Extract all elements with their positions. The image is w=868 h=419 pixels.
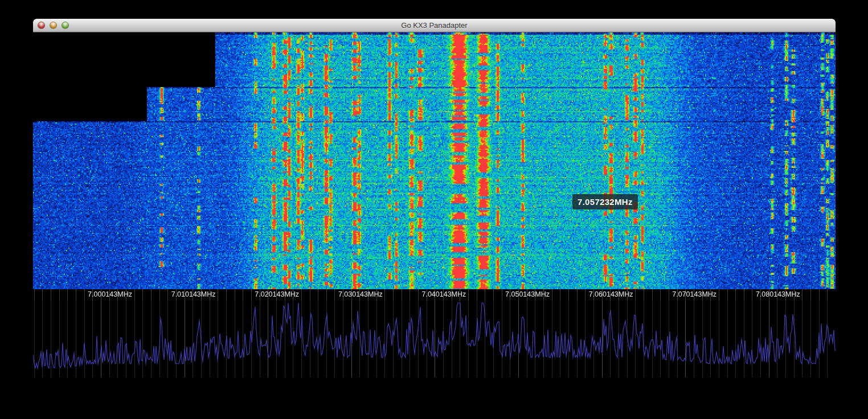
axis-label: 7.070143MHz [672, 290, 716, 298]
axis-label: 7.080143MHz [756, 290, 800, 298]
axis-label: 7.040143MHz [421, 290, 466, 298]
window-title: Go KX3 Panadapter [33, 19, 836, 32]
axis-label: 7.060143MHz [589, 290, 633, 298]
waterfall-panel: 7.057232MHz [33, 32, 836, 289]
axis-label: 7.020143MHz [255, 290, 299, 298]
axis-label: 7.050143MHz [505, 290, 550, 298]
titlebar[interactable]: Go KX3 Panadapter [33, 19, 836, 32]
spectrum-panel [33, 301, 836, 377]
axis-label: 7.030143MHz [338, 290, 383, 298]
axis-label: 7.010143MHz [171, 290, 216, 298]
axis-label: 7.000143MHz [88, 290, 132, 298]
frequency-tooltip: 7.057232MHz [572, 194, 638, 209]
frequency-axis: 7.000143MHz7.010143MHz7.020143MHz7.03014… [33, 289, 836, 301]
spectrum-canvas[interactable] [33, 301, 836, 377]
waterfall-canvas[interactable] [33, 32, 836, 289]
app-window: Go KX3 Panadapter 7.057232MHz 7.000143MH… [33, 19, 836, 399]
